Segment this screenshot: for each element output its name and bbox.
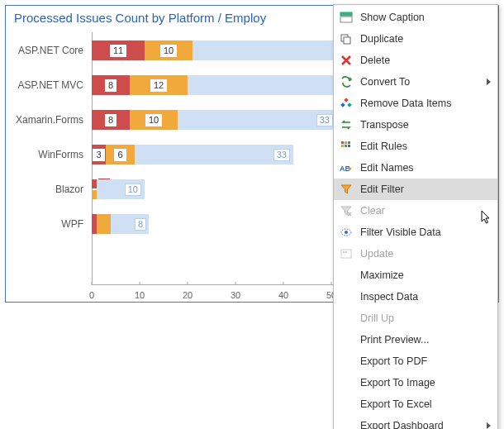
menu-label: Print Preview...: [360, 334, 491, 346]
menu-maximize[interactable]: Maximize: [334, 265, 497, 286]
bar-segment-s3[interactable]: 8: [111, 214, 149, 234]
svg-rect-12: [348, 145, 350, 147]
bar-segment-s1[interactable]: 11: [92, 41, 145, 60]
bar-segment-s1[interactable]: 3: [92, 145, 106, 164]
svg-rect-5: [340, 102, 345, 107]
menu-export-excel[interactable]: Export To Excel: [334, 393, 497, 415]
menu-convert-to[interactable]: Convert To: [334, 71, 497, 93]
menu-inspect-data[interactable]: Inspect Data: [334, 286, 497, 307]
svg-rect-17: [343, 251, 345, 253]
menu-label: Show Caption: [360, 12, 491, 23]
menu-delete[interactable]: Delete: [334, 50, 497, 71]
bar-segment-s1[interactable]: 8: [92, 75, 130, 95]
category-label: WPF: [6, 212, 87, 236]
chevron-right-icon: [487, 79, 491, 85]
bar-segment-s2[interactable]: 10: [145, 41, 193, 60]
menu-label: Maximize: [360, 269, 491, 281]
x-tick-label: 10: [127, 290, 152, 300]
rules-icon: [337, 139, 355, 154]
bar-segment-s3[interactable]: 33: [178, 110, 336, 130]
blank-icon: [337, 268, 355, 283]
bar-value-label: 10: [125, 184, 141, 196]
menu-label: Convert To: [360, 76, 487, 88]
svg-text:AB: AB: [340, 164, 350, 173]
bar-segment-s1[interactable]: 8: [92, 110, 130, 130]
duplicate-icon: [337, 31, 355, 46]
caption-icon: [337, 10, 355, 25]
blank-icon: [337, 311, 355, 326]
menu-remove-data-items[interactable]: Remove Data Items: [334, 93, 497, 114]
menu-label: Edit Filter: [360, 184, 491, 195]
transpose-icon: [337, 117, 355, 132]
x-tick: [140, 282, 140, 285]
x-tick: [331, 282, 332, 285]
menu-label: Drill Up: [360, 312, 491, 324]
menu-label: Export Dashboard: [360, 420, 487, 429]
chevron-right-icon: [487, 422, 491, 429]
menu-export-image[interactable]: Export To Image: [334, 372, 497, 393]
blank-icon: [337, 354, 355, 369]
menu-edit-names[interactable]: AB Edit Names: [334, 157, 497, 179]
context-menu: Show Caption Duplicate Delete Convert To…: [333, 4, 498, 429]
bar-value-label: 10: [145, 114, 162, 126]
svg-rect-9: [348, 141, 350, 144]
bar-segment-s3[interactable]: 10: [97, 179, 145, 199]
blank-icon: [337, 397, 355, 412]
menu-print-preview[interactable]: Print Preview...: [334, 329, 497, 350]
svg-rect-18: [345, 251, 347, 253]
menu-filter-visible-data[interactable]: Filter Visible Data: [334, 222, 497, 243]
bar-segment-s2[interactable]: 10: [130, 110, 178, 130]
category-label: Xamarin.Forms: [6, 108, 87, 131]
bar-value-label: 33: [273, 149, 290, 161]
bar-value-label: 10: [160, 45, 177, 57]
category-label: WinForms: [6, 143, 87, 166]
category-label: ASP.NET MVC: [6, 74, 87, 97]
menu-update: Update: [334, 243, 497, 265]
edit-names-icon: AB: [337, 160, 355, 175]
menu-drill-up: Drill Up: [334, 307, 497, 329]
blank-icon: [337, 418, 355, 429]
x-tick-label: 40: [271, 290, 296, 300]
category-label: Blazor: [6, 178, 87, 201]
menu-label: Export To PDF: [360, 355, 491, 367]
x-tick-label: 20: [175, 290, 200, 300]
delete-icon: [337, 53, 355, 68]
remove-data-icon: [337, 96, 355, 111]
bar-value-label: 12: [150, 79, 167, 92]
blank-icon: [337, 289, 355, 304]
svg-rect-1: [340, 17, 352, 22]
x-tick: [188, 282, 188, 285]
x-tick: [283, 282, 284, 285]
menu-label: Edit Rules: [360, 141, 491, 152]
menu-duplicate[interactable]: Duplicate: [334, 28, 497, 50]
menu-edit-filter[interactable]: Edit Filter: [334, 179, 497, 200]
menu-label: Clear: [360, 205, 491, 217]
bar-segment-s3[interactable]: 33: [135, 145, 293, 164]
menu-export-dashboard[interactable]: Export Dashboard: [334, 415, 497, 429]
filter-icon: [337, 182, 355, 197]
svg-rect-0: [340, 12, 352, 16]
bar-segment-s2[interactable]: 12: [130, 75, 188, 95]
bar-segment-s2[interactable]: [97, 214, 111, 234]
bar-value-label: 3: [93, 149, 104, 161]
menu-show-caption[interactable]: Show Caption: [334, 7, 497, 28]
svg-rect-6: [347, 102, 352, 107]
menu-clear: Clear: [334, 200, 497, 222]
bar-value-label: 6: [114, 149, 126, 161]
bar-value-label: 8: [105, 114, 116, 126]
menu-transpose[interactable]: Transpose: [334, 114, 497, 136]
svg-rect-3: [344, 37, 350, 44]
bar-segment-s2[interactable]: 6: [106, 145, 135, 164]
menu-edit-rules[interactable]: Edit Rules: [334, 136, 497, 157]
convert-icon: [337, 74, 355, 89]
x-tick: [235, 282, 236, 285]
menu-label: Edit Names: [360, 162, 491, 174]
menu-label: Export To Image: [360, 377, 491, 388]
category-label: ASP.NET Core: [6, 39, 87, 62]
x-tick-label: 30: [223, 290, 248, 300]
svg-rect-16: [341, 250, 351, 258]
menu-label: Inspect Data: [360, 291, 491, 303]
bar-value-label: 8: [135, 218, 146, 231]
menu-label: Delete: [360, 55, 491, 66]
menu-export-pdf[interactable]: Export To PDF: [334, 350, 497, 372]
